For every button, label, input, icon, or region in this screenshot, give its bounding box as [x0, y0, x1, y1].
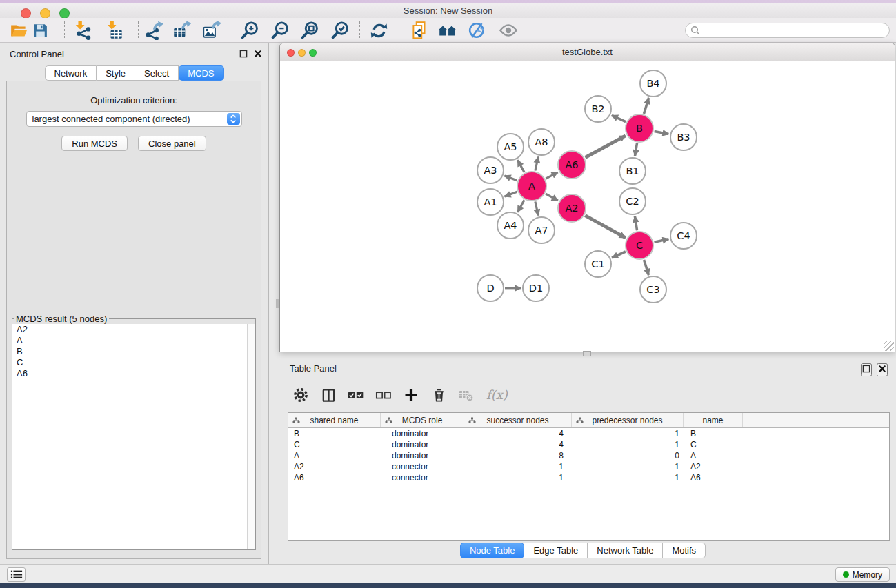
- mcds-result-item[interactable]: A2: [12, 324, 255, 335]
- close-window-button[interactable]: [21, 8, 31, 19]
- tab-edge-table[interactable]: Edge Table: [524, 543, 588, 558]
- graph-edge-C-C1[interactable]: [612, 252, 626, 258]
- graph-edge-C-C3[interactable]: [644, 260, 649, 275]
- graph-edge-A-A1[interactable]: [505, 192, 517, 196]
- delete-table-button[interactable]: [457, 386, 475, 404]
- graph-edge-B-B1[interactable]: [635, 143, 637, 156]
- zoom-view-button[interactable]: [309, 49, 317, 57]
- zoom-selected-button[interactable]: [329, 19, 351, 41]
- mcds-result-item[interactable]: A: [12, 335, 255, 346]
- import-table-button[interactable]: [104, 19, 126, 41]
- show-column-button[interactable]: [319, 386, 337, 404]
- graph-edge-A-A8[interactable]: [535, 157, 538, 171]
- scrollbar-stub-left[interactable]: [276, 299, 279, 308]
- table-row[interactable]: Bdominator41B: [288, 428, 889, 439]
- show-graphics-details-button[interactable]: [466, 19, 488, 41]
- memory-label: Memory: [853, 570, 882, 580]
- mcds-result-title: MCDS result (5 nodes): [14, 314, 109, 324]
- tab-mcds[interactable]: MCDS: [179, 65, 223, 81]
- table-row[interactable]: Cdominator41C: [288, 439, 889, 450]
- task-history-button[interactable]: [7, 567, 26, 582]
- tab-node-table[interactable]: Node Table: [460, 543, 525, 558]
- tab-select[interactable]: Select: [135, 65, 179, 81]
- function-builder-button[interactable]: f(x): [485, 386, 511, 404]
- graph-edge-B-B4[interactable]: [644, 98, 649, 114]
- scrollbar-stub-bottom[interactable]: [583, 351, 591, 356]
- graph-edge-A-A6[interactable]: [546, 172, 557, 179]
- zoom-out-button[interactable]: [269, 19, 291, 41]
- table-row[interactable]: A6connector11A6: [288, 472, 889, 483]
- table-row[interactable]: Adominator80A: [288, 450, 889, 461]
- run-mcds-button[interactable]: Run MCDS: [61, 136, 128, 151]
- unselect-all-button[interactable]: [375, 386, 392, 404]
- float-window-icon: [862, 365, 870, 373]
- graph-edge-A-A5[interactable]: [518, 160, 525, 172]
- network-canvas[interactable]: AA2A6BCA1A3A4A5A7A8B1B2B3B4C1C2C3C4DD1: [280, 61, 895, 352]
- export-table-button[interactable]: [170, 19, 192, 41]
- network-from-selection-button[interactable]: [408, 19, 430, 41]
- mcds-result-item[interactable]: C: [12, 357, 255, 368]
- tab-network[interactable]: Network: [44, 65, 97, 81]
- column-header-shared-name[interactable]: shared name: [288, 413, 381, 427]
- mcds-result-list[interactable]: A2ABCA6: [12, 324, 255, 549]
- memory-button[interactable]: Memory: [835, 567, 890, 582]
- export-network-button[interactable]: [143, 19, 165, 41]
- save-session-button[interactable]: [29, 19, 51, 41]
- unselect-all-icon: [375, 387, 392, 403]
- graph-edge-C-C4[interactable]: [655, 239, 669, 243]
- search-icon: [690, 25, 701, 36]
- float-table-panel-button[interactable]: [861, 363, 872, 376]
- graph-edge-A2-C[interactable]: [585, 216, 626, 238]
- save-icon: [32, 22, 49, 39]
- graph-edge-B-B3[interactable]: [655, 131, 669, 134]
- graph-node-label: C: [636, 240, 643, 251]
- minimize-window-button[interactable]: [40, 8, 50, 19]
- open-session-button[interactable]: [8, 19, 30, 41]
- close-panel-button-2[interactable]: Close panel: [138, 136, 206, 151]
- mcds-result-item[interactable]: B: [12, 346, 255, 357]
- zoom-window-button[interactable]: [59, 8, 70, 19]
- table-row[interactable]: A2connector11A2: [288, 461, 889, 472]
- close-table-panel-button[interactable]: [877, 363, 888, 376]
- column-header-predecessor-nodes[interactable]: predecessor nodes: [572, 413, 684, 427]
- close-icon: [878, 365, 886, 373]
- float-panel-button[interactable]: [239, 49, 248, 59]
- create-column-button[interactable]: [402, 386, 420, 404]
- graph-node-label: D: [486, 283, 494, 294]
- graph-edge-B-B2[interactable]: [612, 115, 626, 121]
- import-network-button[interactable]: [72, 19, 94, 41]
- scrollbar-track[interactable]: [247, 324, 255, 549]
- search-field[interactable]: [685, 23, 890, 38]
- network-view-window: testGlobe.txt AA2A6BCA1A3A4A5A7A8B1B2B3B…: [279, 43, 895, 352]
- graph-edge-C-C2[interactable]: [635, 216, 637, 231]
- search-input[interactable]: [701, 26, 889, 35]
- tab-style[interactable]: Style: [97, 65, 135, 81]
- first-neighbors-button[interactable]: [437, 19, 459, 41]
- graph-edge-A-A2[interactable]: [546, 194, 558, 201]
- show-hide-button[interactable]: [497, 19, 519, 41]
- mcds-result-item[interactable]: A6: [12, 368, 255, 379]
- tab-motifs[interactable]: Motifs: [663, 543, 706, 558]
- column-header-mcds-role[interactable]: MCDS role: [381, 413, 464, 427]
- graph-edge-A-A3[interactable]: [505, 176, 517, 181]
- column-header-name[interactable]: name: [684, 413, 743, 427]
- export-image-button[interactable]: [200, 19, 222, 41]
- criterion-dropdown[interactable]: largest connected component (directed): [26, 111, 242, 127]
- minimize-view-button[interactable]: [298, 49, 306, 57]
- refresh-button[interactable]: [368, 19, 390, 41]
- resize-grip[interactable]: [884, 341, 894, 351]
- zoom-in-button[interactable]: [239, 19, 261, 41]
- graph-edge-A-A7[interactable]: [535, 202, 538, 216]
- close-panel-button[interactable]: [253, 49, 263, 59]
- table-settings-button[interactable]: [292, 386, 310, 404]
- column-header-successor-nodes[interactable]: successor nodes: [464, 413, 572, 427]
- zoom-fit-button[interactable]: [299, 19, 321, 41]
- select-all-button[interactable]: [347, 386, 365, 404]
- close-view-button[interactable]: [287, 49, 295, 57]
- zoom-selected-icon: [330, 21, 350, 40]
- graph-edge-A-A4[interactable]: [518, 200, 525, 212]
- delete-column-button[interactable]: [430, 386, 448, 404]
- network-window-titlebar[interactable]: testGlobe.txt: [280, 43, 895, 61]
- tab-network-table[interactable]: Network Table: [588, 543, 663, 558]
- graph-edge-A6-B[interactable]: [585, 136, 625, 158]
